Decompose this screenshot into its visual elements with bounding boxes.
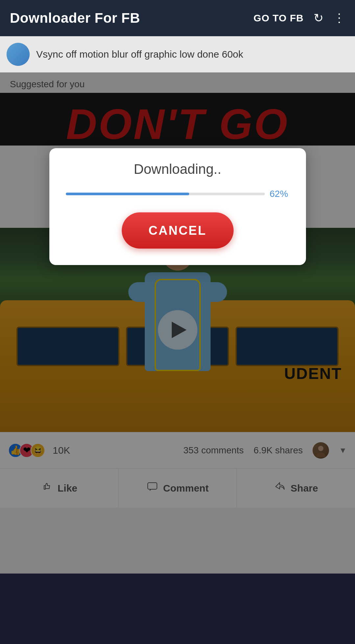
post-header-text: Vsync off motion blur off graphic low do…: [36, 49, 348, 60]
refresh-icon[interactable]: ↻: [314, 11, 323, 25]
app-bar-actions: GO TO FB ↻ ⋮: [254, 11, 345, 25]
app-bar: Downloader For FB GO TO FB ↻ ⋮: [0, 0, 355, 36]
modal-dialog: Downloading.. 62% CANCEL: [49, 148, 306, 265]
cancel-button[interactable]: CANCEL: [122, 212, 234, 249]
avatar: [7, 43, 30, 66]
progress-bar-fill: [66, 193, 189, 195]
modal-overlay: Downloading.. 62% CANCEL: [0, 72, 355, 574]
post-header-strip: Vsync off motion blur off graphic low do…: [0, 36, 355, 72]
progress-bar-track: [66, 193, 265, 195]
modal-title: Downloading..: [134, 161, 221, 177]
progress-percent-label: 62%: [270, 189, 290, 199]
go-to-fb-button[interactable]: GO TO FB: [254, 13, 304, 24]
main-content: Suggested for you DON'T GO BACK TO SCHOO…: [0, 72, 355, 574]
app-title: Downloader For FB: [10, 10, 140, 26]
more-vert-icon[interactable]: ⋮: [333, 11, 345, 25]
progress-container: 62%: [66, 189, 290, 199]
